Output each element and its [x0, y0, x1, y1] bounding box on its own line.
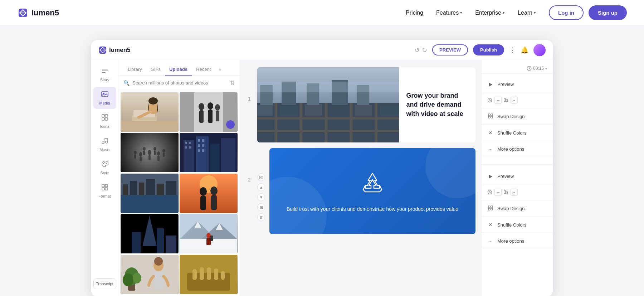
- svg-rect-107: [192, 269, 197, 280]
- svg-rect-60: [185, 146, 187, 149]
- slide-2[interactable]: Build trust with your clients and demons…: [269, 148, 475, 234]
- time-chevron: ▾: [545, 67, 547, 71]
- svg-rect-144: [488, 208, 490, 210]
- right-panel: 00:15 ▾ ▶ Preview: [481, 60, 553, 296]
- svg-point-43: [157, 151, 160, 156]
- svg-rect-71: [130, 181, 137, 195]
- transcript-button[interactable]: Transcript: [93, 278, 116, 289]
- svg-rect-25: [121, 121, 178, 132]
- more-options-item[interactable]: ··· More options: [482, 143, 553, 155]
- slide-control-delete[interactable]: 🗑: [257, 213, 265, 221]
- shuffle2-colors-item[interactable]: ✕ Shuffle Colors: [482, 219, 553, 231]
- media-thumb-shard[interactable]: [121, 214, 179, 253]
- media-thumb-snow[interactable]: [180, 214, 238, 253]
- nav-pricing[interactable]: Pricing: [406, 10, 423, 16]
- media-icon: [101, 91, 108, 100]
- user-avatar[interactable]: [533, 44, 546, 56]
- slide-control-camera[interactable]: [257, 173, 265, 181]
- slide-control-down[interactable]: ▼: [257, 193, 265, 201]
- right-panel-swap-section: Swap Design: [482, 108, 553, 125]
- slide-control-up[interactable]: ▲: [257, 183, 265, 191]
- more-options-label: More options: [497, 146, 524, 152]
- svg-rect-55: [196, 136, 209, 172]
- sidebar-item-music[interactable]: Music: [93, 134, 116, 155]
- notification-icon[interactable]: 🔔: [521, 46, 528, 54]
- tab-gifs[interactable]: GIFs: [146, 64, 165, 76]
- media-thumb-yellow[interactable]: [180, 255, 238, 294]
- timer-minus-button[interactable]: −: [494, 97, 502, 104]
- svg-rect-50: [134, 154, 136, 159]
- svg-point-37: [215, 104, 220, 111]
- slide-1[interactable]: Grow your brand and drive demand with vi…: [257, 67, 475, 142]
- swap-design-item[interactable]: Swap Design: [482, 111, 553, 122]
- media-thumb-waterfront[interactable]: [121, 174, 179, 213]
- nav-links: Pricing Features ▾ Enterprise ▾ Learn ▾: [406, 10, 536, 16]
- tab-uploads[interactable]: Uploads: [165, 64, 192, 76]
- sidebar-item-style[interactable]: Style: [93, 157, 116, 179]
- svg-rect-10: [102, 92, 108, 97]
- media-thumb-buildings[interactable]: [180, 133, 238, 172]
- svg-rect-70: [123, 184, 128, 195]
- slide-1-text: Grow your brand and drive demand with vi…: [399, 67, 476, 142]
- nav-learn[interactable]: Learn ▾: [518, 10, 536, 16]
- media-thumb-crowd[interactable]: [121, 133, 179, 172]
- right-panel-shuffle-section: ✕ Shuffle Colors: [482, 125, 553, 141]
- media-thumb-couple[interactable]: [180, 174, 238, 213]
- publish-button[interactable]: Publish: [473, 44, 504, 55]
- undo-button[interactable]: ↺: [414, 46, 420, 54]
- tab-library[interactable]: Library: [123, 64, 146, 76]
- tab-favorites[interactable]: ★: [215, 64, 225, 76]
- svg-point-94: [206, 233, 211, 238]
- preview-item[interactable]: ▶ Preview: [482, 78, 553, 90]
- preview-button[interactable]: PREVIEW: [432, 44, 468, 55]
- preview2-play-icon: ▶: [487, 173, 494, 179]
- svg-point-103: [154, 257, 163, 266]
- app-logo-text: lumen5: [109, 47, 131, 54]
- svg-rect-14: [102, 118, 104, 120]
- media-thumb-silhouettes[interactable]: [180, 92, 238, 132]
- tab-recent[interactable]: Recent: [192, 64, 215, 76]
- media-tabs: Library GIFs Uploads Recent ★: [118, 60, 240, 76]
- svg-rect-124: [330, 105, 347, 115]
- media-thumb-plant-woman[interactable]: [121, 255, 179, 294]
- slide-1-image: [257, 67, 399, 142]
- swap-design-icon: [487, 113, 494, 120]
- sidebar-item-media[interactable]: Media: [93, 87, 116, 109]
- filter-icon[interactable]: ⇅: [230, 79, 235, 86]
- preview-label: Preview: [497, 82, 514, 87]
- svg-rect-95: [206, 238, 211, 245]
- more2-options-item[interactable]: ··· More options: [482, 235, 553, 247]
- timer2-plus-button[interactable]: +: [511, 189, 518, 196]
- style-label: Style: [100, 171, 109, 175]
- svg-point-134: [260, 177, 262, 178]
- signup-button[interactable]: Sign up: [589, 5, 627, 20]
- svg-rect-46: [143, 151, 145, 155]
- sidebar-item-format[interactable]: Format: [93, 180, 116, 202]
- shuffle2-colors-icon: ✕: [487, 222, 494, 228]
- style-icon: [101, 160, 108, 169]
- right-panel-preview2-section: ▶ Preview: [482, 168, 553, 184]
- nav-features[interactable]: Features ▾: [436, 10, 462, 16]
- shuffle-colors-item[interactable]: ✕ Shuffle Colors: [482, 127, 553, 139]
- redo-button[interactable]: ↻: [422, 46, 427, 54]
- svg-rect-120: [257, 130, 399, 132]
- preview2-item[interactable]: ▶ Preview: [482, 170, 553, 182]
- svg-rect-76: [121, 195, 178, 213]
- svg-rect-23: [102, 188, 104, 190]
- logo-text: lumen5: [31, 8, 59, 18]
- app-header-icons: ⋮ 🔔: [509, 44, 546, 56]
- search-input[interactable]: [132, 80, 227, 86]
- swap2-design-item[interactable]: Swap Design: [482, 203, 553, 214]
- sidebar-item-icons[interactable]: Icons: [93, 110, 116, 132]
- login-button[interactable]: Log in: [549, 5, 584, 20]
- timer2-minus-button[interactable]: −: [494, 189, 502, 196]
- sidebar-item-story[interactable]: Story: [93, 64, 116, 86]
- more-options-icon[interactable]: ⋮: [509, 46, 516, 54]
- bg-circle-1: [269, 177, 327, 234]
- timer-plus-button[interactable]: +: [511, 97, 518, 104]
- nav-enterprise[interactable]: Enterprise ▾: [475, 10, 505, 16]
- logo[interactable]: lumen5: [17, 7, 59, 19]
- svg-rect-143: [491, 206, 493, 208]
- media-thumb-woman[interactable]: [121, 92, 179, 132]
- slide-control-duplicate[interactable]: ⊞: [257, 203, 265, 211]
